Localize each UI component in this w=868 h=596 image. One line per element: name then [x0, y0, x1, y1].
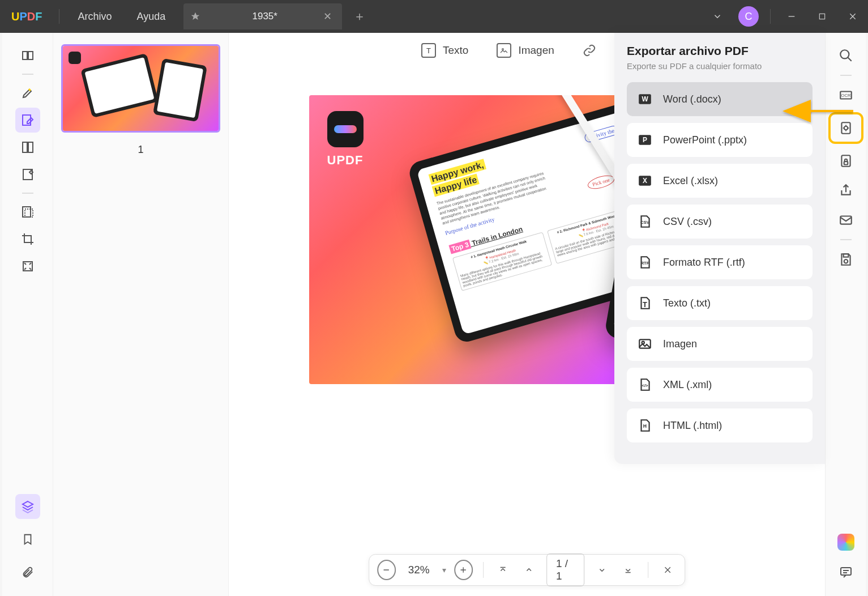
export-icon[interactable]	[828, 112, 863, 144]
tool-text[interactable]: T Texto	[421, 43, 468, 58]
separator	[648, 562, 648, 578]
layers-icon[interactable]	[15, 494, 40, 519]
svg-rect-5	[23, 142, 27, 152]
tool-image[interactable]: Imagen	[497, 43, 554, 58]
svg-text:H: H	[643, 423, 647, 429]
link-tool-icon	[583, 44, 596, 57]
protect-icon[interactable]	[833, 148, 858, 173]
dropdown-button[interactable]	[702, 0, 733, 33]
organize-icon[interactable]	[15, 199, 40, 224]
export-word-label: Word (.docx)	[663, 93, 721, 105]
close-tab-button[interactable]: ✕	[321, 8, 334, 25]
compress-icon[interactable]	[15, 254, 40, 279]
separator	[483, 562, 484, 578]
trails-prefix: Top 3	[448, 240, 471, 254]
highlighter-icon[interactable]	[15, 80, 40, 105]
zoom-level[interactable]: 32%	[404, 564, 434, 576]
tool-link[interactable]	[583, 44, 596, 57]
tab-title: 1935*	[208, 11, 321, 22]
next-page-button[interactable]	[592, 560, 611, 580]
save-icon[interactable]	[833, 247, 858, 272]
export-csv-label: CSV (.csv)	[663, 216, 712, 228]
separator	[840, 239, 852, 240]
html-icon: H	[637, 418, 653, 433]
document-tab[interactable]: 1935* ✕	[183, 3, 342, 29]
xml-icon: </>	[637, 377, 653, 393]
svg-rect-38	[844, 161, 848, 164]
rtf-icon: RTF	[637, 254, 653, 270]
menu-help[interactable]: Ayuda	[125, 11, 178, 23]
export-excel[interactable]: X Excel (.xlsx)	[627, 164, 813, 198]
tool-image-label: Imagen	[518, 44, 554, 57]
form-icon[interactable]	[15, 162, 40, 187]
attachment-icon[interactable]	[15, 560, 40, 585]
zoom-dropdown-icon[interactable]: ▾	[442, 565, 446, 574]
prev-page-button[interactable]	[520, 560, 538, 580]
current-page: 1	[556, 557, 562, 569]
word-icon: W	[637, 91, 653, 107]
search-icon[interactable]	[833, 43, 858, 68]
comment-icon[interactable]	[833, 560, 858, 585]
user-avatar[interactable]: C	[738, 6, 759, 27]
crop-icon[interactable]	[15, 227, 40, 252]
excel-icon: X	[637, 173, 653, 189]
page-sep: /	[562, 557, 568, 569]
zoom-out-button[interactable]	[377, 560, 396, 580]
separator	[59, 9, 59, 24]
pages-icon[interactable]	[15, 135, 40, 160]
minimize-button[interactable]	[776, 0, 807, 33]
ocr-icon[interactable]: OCR	[833, 83, 858, 108]
pin-icon	[191, 12, 199, 20]
close-window-button[interactable]	[837, 0, 868, 33]
edit-mode-icon[interactable]	[15, 108, 40, 133]
page-indicator[interactable]: 1 / 1	[546, 554, 585, 586]
last-page-button[interactable]	[619, 560, 638, 580]
svg-text:W: W	[642, 95, 648, 103]
logo-u: U	[11, 10, 19, 23]
export-csv[interactable]: CSV CSV (.csv)	[627, 205, 813, 239]
main-area: 1 T Texto Imagen UPDF	[2, 33, 866, 596]
export-text-label: Texto (.txt)	[663, 297, 711, 309]
email-icon[interactable]	[833, 207, 858, 232]
titlebar: UPDF Archivo Ayuda 1935* ✕ ＋ C	[0, 0, 868, 33]
tool-text-label: Texto	[443, 44, 468, 57]
export-image[interactable]: Imagen	[627, 327, 813, 361]
export-html[interactable]: H HTML (.html)	[627, 408, 813, 442]
reader-mode-icon[interactable]	[15, 43, 40, 68]
bookmark-icon[interactable]	[15, 527, 40, 552]
add-tab-button[interactable]: ＋	[342, 8, 377, 25]
export-word[interactable]: W Word (.docx)	[627, 82, 813, 116]
svg-rect-9	[25, 209, 33, 217]
export-html-label: HTML (.html)	[663, 420, 722, 432]
separator	[840, 75, 852, 76]
maximize-button[interactable]	[807, 0, 837, 33]
svg-text:CSV: CSV	[640, 220, 649, 225]
thumbnail-page-number: 1	[61, 144, 220, 156]
ai-assistant-icon[interactable]	[837, 534, 854, 551]
export-powerpoint[interactable]: P PowerPoint (.pptx)	[627, 123, 813, 157]
svg-text:OCR: OCR	[841, 93, 850, 98]
text-tool-icon: T	[421, 43, 436, 58]
menu-file[interactable]: Archivo	[65, 11, 124, 23]
powerpoint-icon: P	[637, 132, 653, 148]
svg-point-11	[502, 49, 504, 50]
close-bar-button[interactable]	[659, 560, 677, 580]
export-text[interactable]: T Texto (.txt)	[627, 286, 813, 320]
svg-text:X: X	[643, 177, 647, 185]
logo-p: P	[19, 10, 27, 23]
logo-f: F	[35, 10, 42, 23]
export-subtitle: Exporte su PDF a cualquier formato	[627, 61, 813, 71]
svg-text:RTF: RTF	[641, 261, 649, 266]
zoom-in-button[interactable]	[454, 560, 473, 580]
thumbnail-image	[63, 46, 219, 131]
first-page-button[interactable]	[494, 560, 512, 580]
export-panel: Exportar archivo PDF Exporte su PDF a cu…	[614, 33, 825, 464]
svg-point-32	[840, 50, 849, 58]
svg-rect-39	[840, 216, 852, 224]
logo-d: D	[27, 10, 35, 23]
page-thumbnail[interactable]	[61, 44, 220, 133]
export-rtf[interactable]: RTF Formato RTF (.rtf)	[627, 245, 813, 279]
thumbnails-panel: 1	[53, 33, 229, 596]
share-icon[interactable]	[833, 178, 858, 203]
export-xml[interactable]: </> XML (.xml)	[627, 368, 813, 402]
